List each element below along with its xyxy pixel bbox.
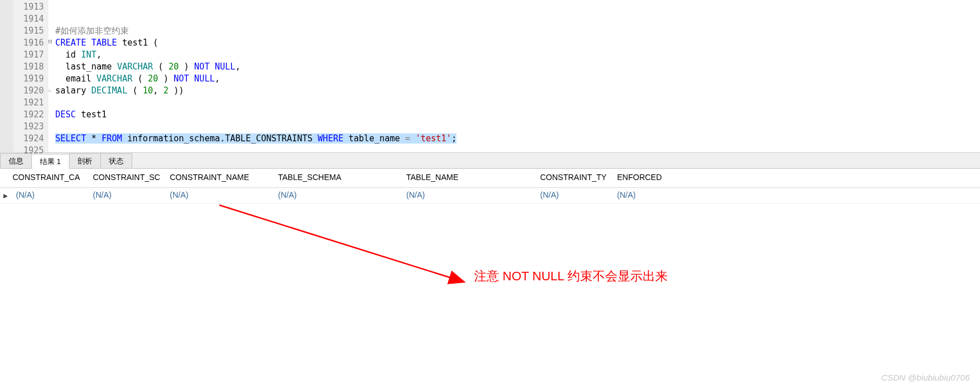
- annotation-text: 注意 NOT NULL 约束不会显示出来: [474, 268, 668, 285]
- line-number: 1920: [13, 85, 44, 97]
- cell: (N/A): [165, 188, 273, 203]
- code-line: salary DECIMAL ( 10, 2 )): [55, 85, 980, 97]
- col-header[interactable]: TABLE_SCHEMA: [273, 169, 402, 187]
- code-line: id INT,: [55, 49, 980, 61]
- col-header[interactable]: CONSTRAINT_SC: [88, 169, 165, 187]
- code-line: [55, 121, 980, 133]
- fold-close-icon[interactable]: ⌞: [48, 84, 52, 96]
- cell: (N/A): [536, 188, 612, 203]
- watermark: CSDN @biubiubiu0706: [881, 373, 970, 382]
- code-line: SELECT * FROM information_schema.TABLE_C…: [55, 133, 980, 145]
- line-number: 1922: [13, 109, 44, 121]
- tab-profile[interactable]: 剖析: [69, 153, 101, 168]
- svg-line-1: [219, 205, 464, 282]
- code-editor[interactable]: 1913 1914 1915 1916 1917 1918 1919 1920 …: [0, 0, 980, 153]
- line-number: 1916: [13, 37, 44, 49]
- cell: (N/A): [273, 188, 402, 203]
- code-text[interactable]: #如何添加非空约束CREATE TABLE test1 ( id INT, la…: [55, 0, 980, 152]
- code-line: DESC test1: [55, 109, 980, 121]
- cell: (N/A): [11, 188, 88, 203]
- code-line: [55, 1, 980, 13]
- cell: (N/A): [612, 188, 712, 203]
- tab-status[interactable]: 状态: [100, 153, 132, 168]
- line-number: 1918: [13, 61, 44, 73]
- code-line: last_name VARCHAR ( 20 ) NOT NULL,: [55, 61, 980, 73]
- col-header[interactable]: CONSTRAINT_NAME: [165, 169, 273, 187]
- gutter-margin: [0, 0, 13, 152]
- fold-open-icon[interactable]: ⊟: [48, 36, 52, 48]
- line-number: 1914: [13, 13, 44, 25]
- code-line: email VARCHAR ( 20 ) NOT NULL,: [55, 73, 980, 85]
- results-grid[interactable]: CONSTRAINT_CA CONSTRAINT_SC CONSTRAINT_N…: [0, 169, 980, 204]
- code-line: #如何添加非空约束: [55, 25, 980, 37]
- code-line: CREATE TABLE test1 (: [55, 37, 980, 49]
- line-number: 1921: [13, 97, 44, 109]
- line-number: 1919: [13, 73, 44, 85]
- cell: (N/A): [402, 188, 536, 203]
- line-number: 1915: [13, 25, 44, 37]
- code-line: [55, 97, 980, 109]
- row-marker-icon: ▶: [0, 188, 11, 203]
- tab-info[interactable]: 信息: [0, 153, 32, 168]
- results-header-row: CONSTRAINT_CA CONSTRAINT_SC CONSTRAINT_N…: [0, 169, 980, 188]
- code-line: [55, 13, 980, 25]
- code-line: [55, 145, 980, 157]
- annotation-arrow-icon: [217, 202, 473, 299]
- line-number: 1917: [13, 49, 44, 61]
- fold-gutter: ⊟ ⌞: [48, 0, 55, 152]
- cell: (N/A): [88, 188, 165, 203]
- line-number: 1913: [13, 1, 44, 13]
- col-header[interactable]: ENFORCED: [612, 169, 712, 187]
- col-header[interactable]: TABLE_NAME: [402, 169, 536, 187]
- line-number: 1924: [13, 133, 44, 145]
- tab-result-1[interactable]: 结果 1: [31, 154, 70, 169]
- line-number: 1923: [13, 121, 44, 133]
- line-number-gutter: 1913 1914 1915 1916 1917 1918 1919 1920 …: [13, 0, 48, 152]
- col-header[interactable]: CONSTRAINT_TY: [536, 169, 612, 187]
- col-header[interactable]: CONSTRAINT_CA: [0, 169, 88, 187]
- table-row[interactable]: ▶ (N/A) (N/A) (N/A) (N/A) (N/A) (N/A) (N…: [0, 188, 980, 204]
